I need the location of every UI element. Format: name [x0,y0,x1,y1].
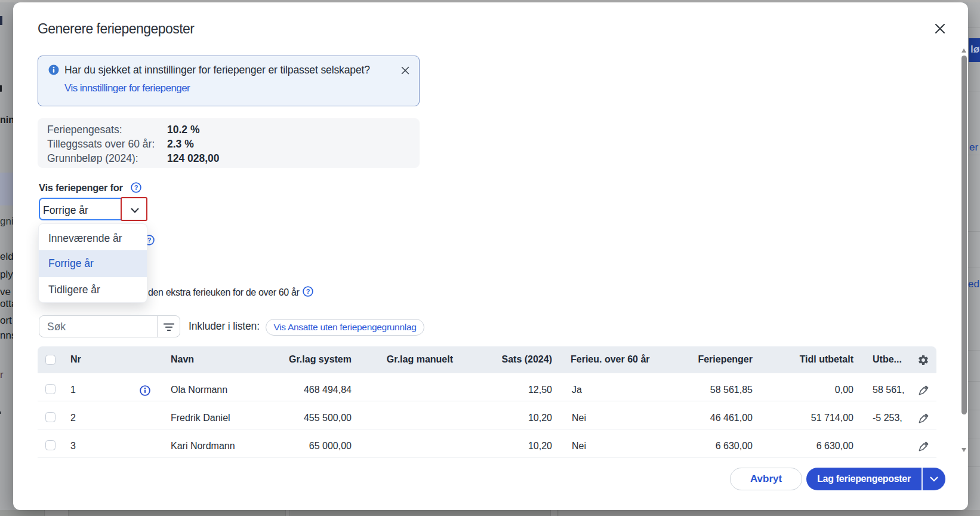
svg-text:?: ? [147,236,152,244]
svg-text:?: ? [134,184,138,191]
svg-text:?: ? [306,287,310,294]
